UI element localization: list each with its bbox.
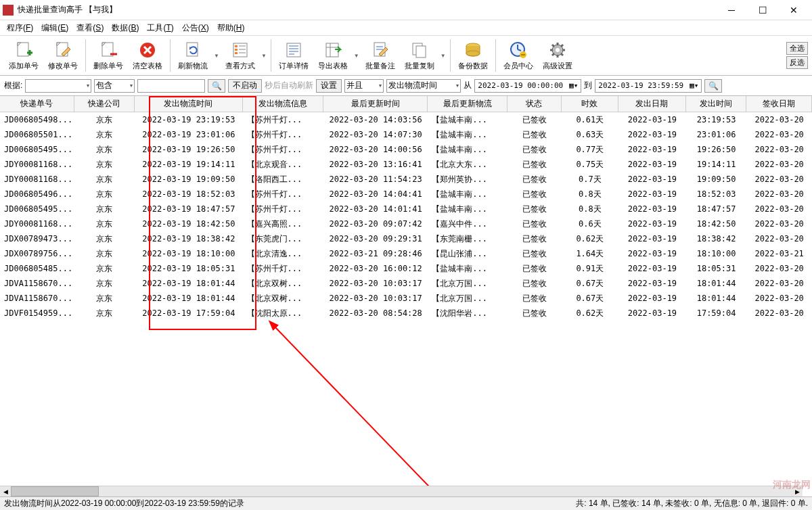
cell: 2022-03-19 19:09:50 [135,172,242,187]
cell: 0.63天 [562,127,619,142]
cell: 2022-03-20 [746,172,812,187]
cell: 已签收 [508,127,562,142]
export-dropdown[interactable]: ▼ [353,53,361,59]
table-row[interactable]: JD006805498...京东2022-03-19 23:19:53【苏州千灯… [0,112,812,127]
cell: 【沈阳华岩... [428,306,508,321]
add-button[interactable]: 添加单号 [4,37,43,74]
backup-button[interactable]: 备份数据 [453,37,493,74]
cell: 2022-03-19 [618,306,686,321]
svg-point-38 [556,48,560,52]
table-row[interactable]: JD006805485...京东2022-03-19 18:05:31【苏州千灯… [0,261,812,276]
scroll-left[interactable]: ◀ [0,486,11,496]
table-row[interactable]: JDVF0154959...京东2022-03-19 17:59:04【沈阳太原… [0,306,812,321]
cell: 【沈阳太原... [243,306,324,321]
svg-line-45 [552,53,554,55]
filter-input[interactable] [137,79,205,93]
cell: 已签收 [508,276,562,291]
nostart-button[interactable]: 不启动 [228,79,262,93]
menu-data[interactable]: 数据(B) [108,21,143,35]
col-shipdate[interactable]: 发出日期 [618,96,686,112]
col-updatetime[interactable]: 最后更新时间 [323,96,428,112]
cell: JD006805498... [0,112,74,127]
col-status[interactable]: 状态 [508,96,562,112]
copy-button[interactable]: 批量复制 [400,37,439,74]
svg-rect-11 [235,45,238,47]
table-header: 快递单号 快递公司 发出物流时间 发出物流信息 最后更新时间 最后更新物流 状态… [0,96,812,112]
table-row[interactable]: JD006805495...京东2022-03-19 19:26:50【苏州千灯… [0,142,812,157]
copy-dropdown[interactable]: ▼ [439,53,447,59]
horizontal-scrollbar[interactable]: ◀ ▶ [0,486,803,496]
viewmode-dropdown[interactable]: ▼ [260,53,268,59]
date-to-input[interactable]: 2022-03-19 23:59:59▦▾ [595,79,702,93]
table-row[interactable]: JDY00081168...京东2022-03-19 18:42:50【嘉兴高照… [0,216,812,231]
date-from-input[interactable]: 2022-03-19 00:00:00▦▾ [474,79,581,93]
setup-button[interactable]: 设置 [316,79,342,93]
col-duration[interactable]: 时效 [562,96,619,112]
basis-combo[interactable]: ▾ [25,79,91,93]
col-tracking[interactable]: 快递单号 [0,96,74,112]
col-company[interactable]: 快递公司 [74,96,135,112]
cell: JDY00081168... [0,216,74,231]
cell: 2022-03-19 18:52:03 [135,187,242,202]
filter-search-button[interactable]: 🔍 [704,79,722,93]
calendar-icon: ▦▾ [569,81,578,90]
delete-button[interactable]: 删除单号 [89,37,128,74]
cell: 2022-03-20 09:07:42 [323,216,428,231]
table-row[interactable]: JDVA1158670...京东2022-03-19 18:01:44【北京双树… [0,291,812,306]
refresh-dropdown[interactable]: ▼ [212,53,221,59]
settings-button[interactable]: 高级设置 [538,37,577,74]
table-row[interactable]: JD006805496...京东2022-03-19 18:52:03【苏州千灯… [0,187,812,202]
calendar-icon: ▦▾ [690,81,698,90]
export-button[interactable]: 导出表格 [313,37,353,74]
to-label: 到 [584,80,592,91]
cell: 2022-03-19 [618,142,686,157]
table-row[interactable]: JD006805501...京东2022-03-19 23:01:06【苏州千灯… [0,127,812,142]
table-row[interactable]: JD006805495...京东2022-03-19 18:47:57【苏州千灯… [0,202,812,216]
invert-select-button[interactable]: 反选 [786,56,808,69]
table-row[interactable]: JDX00789473...京东2022-03-19 18:38:42【东莞虎门… [0,231,812,246]
col-shiptime[interactable]: 发出物流时间 [135,96,242,112]
table-row[interactable]: JDY00081168...京东2022-03-19 19:09:50【洛阳西工… [0,172,812,187]
minimize-button[interactable]: ─ [716,1,747,20]
cell: 已签收 [508,306,562,321]
cell: 2022-03-20 10:03:17 [323,276,428,291]
menu-notice[interactable]: 公告(X) [178,21,213,35]
edit-button[interactable]: 修改单号 [43,37,83,74]
table-row[interactable]: JDY00081168...京东2022-03-19 19:14:11【北京观音… [0,157,812,172]
detail-button[interactable]: 订单详情 [274,37,313,74]
cell: 【东莞南栅... [428,231,508,246]
menu-view[interactable]: 查看(S) [72,21,108,35]
col-recvdate[interactable]: 签收日期 [746,96,812,112]
cell: 2022-03-20 [746,261,812,276]
field-combo[interactable]: 发出物流时间▾ [386,79,461,93]
detail-icon [284,41,303,60]
cell: 2022-03-19 [618,157,686,172]
notes-button[interactable]: 批量备注 [361,37,400,74]
cell: JD006805496... [0,187,74,202]
col-shipinfo[interactable]: 发出物流信息 [243,96,324,112]
col-updateinfo[interactable]: 最后更新物流 [428,96,508,112]
cell: 2022-03-21 [746,246,812,261]
close-button[interactable]: ✕ [778,1,809,20]
contains-combo[interactable]: 包含▾ [94,79,135,93]
refresh-button[interactable]: 刷新物流 [173,37,212,74]
menu-tools[interactable]: 工具(T) [143,21,177,35]
select-all-button[interactable]: 全选 [786,42,808,55]
search-button[interactable]: 🔍 [208,79,225,93]
member-button[interactable]: 会员中心 [499,37,538,74]
menu-edit[interactable]: 编辑(E) [37,21,72,35]
cell: 2022-03-19 [618,291,686,306]
table-row[interactable]: JDVA1158670...京东2022-03-19 18:01:44【北京双树… [0,276,812,291]
menu-program[interactable]: 程序(F) [3,21,37,35]
col-shiptime2[interactable]: 发出时间 [686,96,747,112]
maximize-button[interactable]: ☐ [747,1,778,20]
delete-icon [138,41,157,60]
and-combo[interactable]: 并且▾ [344,79,384,93]
clear-button[interactable]: 清空表格 [128,37,167,74]
table-row[interactable]: JDX00789756...京东2022-03-19 18:10:00【北京清逸… [0,246,812,261]
from-label: 从 [464,80,472,91]
viewmode-button[interactable]: 查看方式 [221,37,260,74]
cell: 2022-03-19 [618,216,686,231]
menu-help[interactable]: 帮助(H) [213,21,249,35]
scroll-thumb[interactable] [11,486,99,496]
